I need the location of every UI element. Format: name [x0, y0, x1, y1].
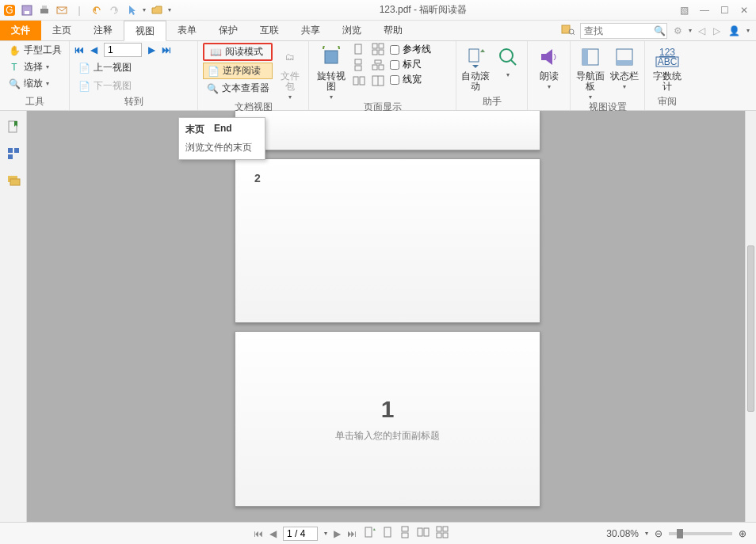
page-1-subtitle: 单击输入您的封面副标题 — [335, 429, 440, 443]
group-read-label — [533, 97, 565, 110]
status-facing-icon[interactable] — [417, 526, 430, 541]
gear-icon[interactable]: ⚙ — [672, 25, 684, 36]
hand-tool[interactable]: ✋手型工具 — [5, 43, 65, 58]
print-icon[interactable] — [38, 4, 51, 17]
prev-view[interactable]: 📄上一视图 — [74, 60, 193, 75]
tab-view[interactable]: 视图 — [124, 21, 166, 41]
minimize-icon[interactable]: — — [700, 5, 709, 16]
zoom-out-icon[interactable]: ⊖ — [655, 528, 662, 539]
magnifier[interactable]: ▾ — [494, 43, 523, 78]
gear-dropdown-icon[interactable]: ▾ — [689, 27, 692, 34]
tab-form[interactable]: 表单 — [166, 21, 208, 40]
status-single-icon[interactable] — [382, 526, 393, 541]
page-number-input[interactable] — [104, 43, 142, 57]
select-dropdown-icon[interactable]: ▾ — [46, 63, 49, 70]
select-text-icon: T — [8, 61, 21, 74]
ribbon-toggle-icon[interactable]: ▧ — [680, 5, 689, 16]
qat-dropdown-icon[interactable]: ▾ — [143, 6, 146, 13]
save-icon[interactable] — [21, 4, 33, 17]
linewidth-label: 线宽 — [403, 73, 422, 86]
status-next-page-icon[interactable]: ▶ — [334, 528, 341, 539]
zoom-slider[interactable] — [669, 532, 732, 535]
reverse-read[interactable]: 📄逆序阅读 — [203, 63, 273, 79]
select-tool[interactable]: T选择▾ — [5, 59, 65, 74]
ruler-toggle[interactable]: 标尺 — [390, 58, 431, 71]
status-first-page-icon[interactable]: ⏮ — [254, 528, 263, 539]
nav-prev-icon[interactable]: ◁ — [697, 25, 707, 36]
read-aloud[interactable]: 朗读 ▾ — [533, 43, 565, 90]
status-bar-dropdown-icon[interactable]: ▾ — [623, 83, 626, 90]
nav-next-icon[interactable]: ▷ — [712, 25, 722, 36]
ruler-checkbox[interactable] — [390, 60, 399, 70]
nav-panel[interactable]: 导航面板 ▾ — [575, 43, 606, 101]
cover-page-icon[interactable] — [371, 59, 387, 73]
last-page-icon[interactable]: ⏭ — [162, 44, 171, 55]
user-icon[interactable]: 👤 — [727, 25, 742, 36]
next-page-icon[interactable]: ▶ — [148, 44, 155, 55]
tab-help[interactable]: 帮助 — [372, 21, 414, 40]
tab-file[interactable]: 文件 — [0, 21, 41, 40]
maximize-icon[interactable]: ☐ — [720, 5, 729, 16]
status-continuous-icon[interactable] — [399, 526, 410, 541]
undo-icon[interactable] — [90, 4, 103, 17]
single-page-icon[interactable] — [352, 43, 368, 57]
status-bar-toggle[interactable]: 状态栏 ▾ — [609, 43, 640, 90]
open-dropdown-icon[interactable]: ▾ — [168, 6, 171, 13]
continuous-icon[interactable] — [352, 59, 368, 73]
document-area[interactable]: 2 1 单击输入您的封面副标题 — [27, 111, 745, 522]
zoom-in-icon[interactable]: ⊕ — [739, 528, 746, 539]
first-page-icon[interactable]: ⏮ — [74, 44, 84, 55]
thumbnails-icon[interactable] — [6, 146, 21, 162]
zoom-slider-thumb[interactable] — [677, 529, 683, 538]
magnifier-dropdown-icon[interactable]: ▾ — [506, 71, 510, 78]
auto-scroll[interactable]: 自动滚动 — [461, 43, 491, 92]
word-count[interactable]: 123ABC 字数统计 — [650, 43, 685, 92]
comments-icon[interactable] — [6, 173, 21, 188]
facing-icon[interactable] — [352, 74, 368, 89]
tab-browse[interactable]: 浏览 — [331, 21, 372, 40]
split-icon[interactable] — [371, 74, 387, 89]
open-folder-icon[interactable] — [151, 4, 163, 17]
status-prev-page-icon[interactable]: ◀ — [269, 528, 277, 539]
svg-rect-31 — [617, 60, 632, 65]
cursor-icon[interactable] — [125, 4, 138, 17]
search-input[interactable] — [581, 25, 652, 36]
zoom-tool[interactable]: 🔍缩放▾ — [5, 76, 65, 91]
nav-panel-dropdown-icon[interactable]: ▾ — [589, 93, 592, 101]
guides-checkbox[interactable] — [390, 45, 399, 55]
status-layout1-icon[interactable] — [363, 526, 376, 541]
close-icon[interactable]: ✕ — [740, 5, 748, 16]
read-aloud-dropdown-icon[interactable]: ▾ — [548, 83, 551, 90]
user-dropdown-icon[interactable]: ▾ — [746, 27, 750, 34]
linewidth-checkbox[interactable] — [390, 75, 399, 85]
tab-connect[interactable]: 互联 — [249, 21, 290, 40]
search-icon[interactable]: 🔍 — [652, 25, 666, 36]
prev-page-icon[interactable]: ◀ — [90, 44, 97, 55]
read-mode[interactable]: 📖阅读模式 — [206, 44, 269, 59]
search-box[interactable]: 🔍 — [580, 23, 667, 39]
find-scope-icon[interactable] — [561, 23, 575, 38]
svg-text:G: G — [6, 5, 13, 16]
rotate-dropdown-icon[interactable]: ▾ — [330, 93, 333, 101]
zoom-dropdown-icon[interactable]: ▾ — [46, 80, 49, 87]
scrollbar-thumb[interactable] — [747, 245, 754, 412]
email-icon[interactable] — [55, 4, 68, 17]
text-viewer[interactable]: 🔍文本查看器 — [203, 81, 273, 96]
status-facing-cont-icon[interactable] — [436, 526, 449, 541]
guides-toggle[interactable]: 参考线 — [390, 43, 431, 56]
rotate-view[interactable]: 旋转视图 ▾ — [314, 43, 349, 101]
status-page-dropdown-icon[interactable]: ▾ — [324, 530, 327, 537]
bookmarks-icon[interactable] — [6, 119, 21, 135]
tab-comment[interactable]: 注释 — [82, 21, 124, 40]
tab-share[interactable]: 共享 — [290, 21, 331, 40]
zoom-dropdown-status-icon[interactable]: ▾ — [645, 530, 648, 537]
facing-cont-icon[interactable] — [371, 43, 387, 57]
redo-icon[interactable] — [108, 4, 120, 17]
status-last-page-icon[interactable]: ⏭ — [347, 528, 357, 539]
tab-home[interactable]: 主页 — [41, 21, 82, 40]
vertical-scrollbar[interactable] — [745, 111, 756, 522]
read-aloud-label: 朗读 — [540, 71, 559, 82]
tab-protect[interactable]: 保护 — [208, 21, 249, 40]
linewidth-toggle[interactable]: 线宽 — [390, 73, 431, 86]
status-page-input[interactable] — [283, 527, 318, 541]
